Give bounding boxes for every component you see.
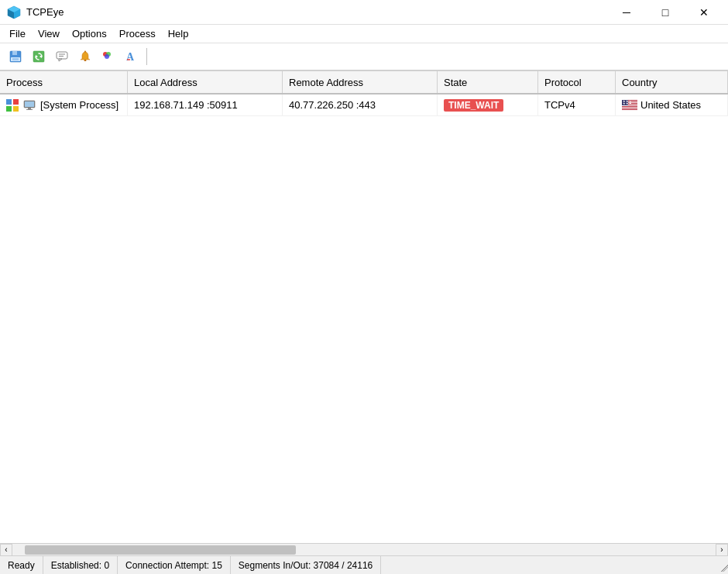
menu-bar: File View Options Process Help	[0, 25, 728, 43]
col-header-state[interactable]: State	[438, 71, 538, 93]
remote-address-text: 40.77.226.250 :443	[289, 99, 376, 111]
menu-file[interactable]: File	[3, 26, 32, 41]
col-header-country[interactable]: Country	[616, 71, 728, 93]
svg-rect-37	[622, 110, 637, 111]
menu-view[interactable]: View	[32, 26, 66, 41]
svg-rect-25	[13, 106, 19, 112]
svg-rect-7	[12, 58, 19, 60]
table-header: Process Local Address Remote Address Sta…	[0, 71, 728, 95]
scroll-left-arrow[interactable]: ‹	[0, 544, 12, 556]
svg-rect-34	[622, 105, 637, 106]
country-text: United States	[640, 99, 701, 111]
save-icon	[9, 50, 22, 64]
svg-rect-28	[28, 108, 31, 109]
svg-point-19	[105, 54, 109, 59]
svg-rect-24	[6, 106, 12, 112]
filter-icon	[101, 50, 115, 64]
status-segments: Segments In/Out: 37084 / 24116	[231, 556, 381, 574]
svg-text:A: A	[126, 51, 135, 63]
window-title: TCPEye	[26, 6, 64, 18]
col-header-local-address[interactable]: Local Address	[128, 71, 283, 93]
status-bar: Ready Established: 0 Connection Attempt:…	[0, 555, 728, 574]
protocol-text: TCPv4	[544, 99, 575, 111]
status-ready: Ready	[0, 556, 43, 574]
scroll-thumb[interactable]	[25, 545, 296, 555]
state-badge: TIME_WAIT	[444, 99, 503, 112]
title-bar-controls: ─ □ ✕	[609, 3, 722, 22]
svg-rect-5	[12, 51, 17, 55]
cell-process: [System Process]	[0, 95, 128, 115]
notification-button[interactable]	[74, 46, 96, 67]
horizontal-scrollbar[interactable]: ‹ ›	[0, 543, 728, 555]
app-icon	[6, 5, 22, 20]
menu-help[interactable]: Help	[162, 26, 195, 41]
table-container: Process Local Address Remote Address Sta…	[0, 71, 728, 543]
svg-rect-36	[622, 108, 637, 109]
cell-local-address: 192.168.71.149 :50911	[128, 95, 283, 115]
svg-marker-12	[59, 59, 62, 61]
toolbar-separator	[146, 48, 147, 65]
refresh-icon	[32, 50, 46, 64]
svg-rect-15	[84, 60, 87, 61]
scroll-right-arrow[interactable]: ›	[716, 544, 728, 556]
status-connection-attempt: Connection Attempt: 15	[118, 556, 231, 574]
svg-rect-23	[13, 99, 19, 105]
status-established: Established: 0	[43, 556, 118, 574]
close-button[interactable]: ✕	[686, 3, 722, 22]
local-address-text: 192.168.71.149 :50911	[134, 99, 238, 111]
svg-rect-22	[6, 99, 12, 105]
col-header-protocol[interactable]: Protocol	[538, 71, 616, 93]
table-body: [System Process] 192.168.71.149 :50911 4…	[0, 95, 728, 543]
table-row[interactable]: [System Process] 192.168.71.149 :50911 4…	[0, 95, 728, 116]
svg-rect-11	[57, 52, 67, 59]
title-bar: TCPEye ─ □ ✕	[0, 0, 728, 25]
title-bar-left: TCPEye	[6, 5, 64, 20]
refresh-button[interactable]	[28, 46, 50, 67]
bell-icon	[78, 50, 92, 64]
menu-options[interactable]: Options	[66, 26, 113, 41]
advanced-button[interactable]: A	[121, 46, 143, 67]
svg-rect-27	[25, 101, 34, 107]
monitor-icon	[23, 99, 36, 112]
menu-process[interactable]: Process	[113, 26, 162, 41]
process-cell-content: [System Process]	[6, 99, 118, 112]
svg-point-16	[84, 51, 86, 53]
maximize-button[interactable]: □	[647, 3, 683, 22]
process-name: [System Process]	[40, 99, 118, 111]
comment-icon	[55, 50, 69, 64]
save-button[interactable]	[5, 46, 26, 67]
col-header-process[interactable]: Process	[0, 71, 128, 93]
filter-button[interactable]	[98, 46, 119, 67]
cell-country: ★★★ ★★★ United States	[616, 95, 728, 115]
flag-us-icon: ★★★ ★★★	[622, 100, 637, 111]
col-header-remote-address[interactable]: Remote Address	[283, 71, 438, 93]
scroll-track	[25, 545, 703, 555]
minimize-button[interactable]: ─	[609, 3, 644, 22]
cell-protocol: TCPv4	[538, 95, 616, 115]
comment-button[interactable]	[51, 46, 73, 67]
resize-grip[interactable]	[716, 559, 728, 572]
toolbar: A	[0, 43, 728, 71]
cell-state: TIME_WAIT	[438, 95, 538, 115]
svg-text:★★★: ★★★	[623, 100, 632, 103]
process-icon	[6, 99, 19, 112]
advanced-icon: A	[125, 50, 139, 64]
cell-remote-address: 40.77.226.250 :443	[283, 95, 438, 115]
svg-rect-35	[622, 107, 637, 108]
svg-rect-29	[26, 109, 33, 110]
svg-rect-8	[33, 51, 44, 62]
